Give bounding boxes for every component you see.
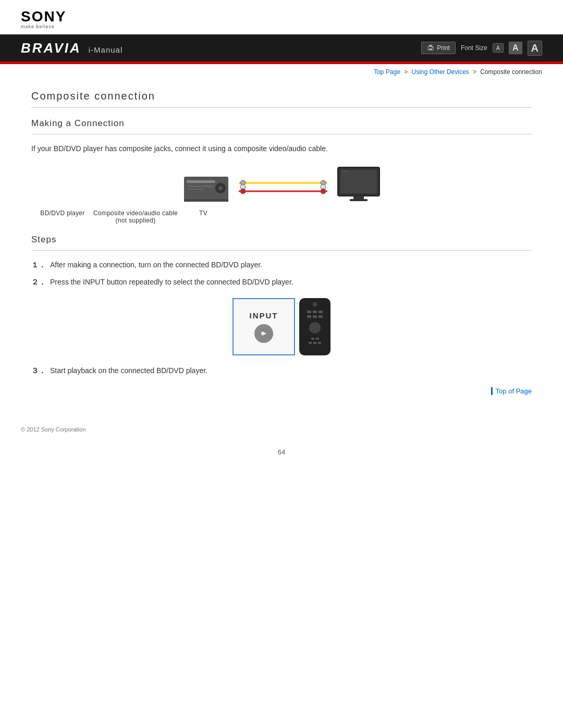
- diagram-labels: BD/DVD player Composite video/audio cabl…: [31, 209, 532, 224]
- remote-btn: [313, 315, 317, 318]
- font-medium-button[interactable]: A: [509, 42, 522, 54]
- main-content: Composite connection Making a Connection…: [0, 80, 563, 416]
- input-icon-circle: [254, 324, 273, 343]
- sony-brand-text: SONY: [21, 9, 542, 24]
- remote-btn-small: [316, 338, 319, 340]
- remote-btn-small: [311, 338, 314, 340]
- diagram-row: [181, 165, 382, 206]
- svg-point-7: [218, 186, 223, 190]
- svg-rect-5: [187, 180, 215, 183]
- remote-btn: [313, 311, 317, 313]
- input-illustration: INPUT: [31, 298, 532, 355]
- svg-point-3: [432, 47, 433, 48]
- font-size-label: Font Size: [461, 44, 487, 52]
- input-label: INPUT: [250, 311, 278, 320]
- bravia-brand: BRAVIA: [21, 40, 81, 56]
- cable-icon: [239, 172, 327, 199]
- top-of-page-area: Top of Page: [31, 387, 532, 395]
- remote-control: [299, 298, 331, 355]
- steps-list: １． After making a connection, turn on th…: [31, 259, 532, 288]
- svg-rect-21: [340, 170, 377, 193]
- bd-dvd-player-icon: [181, 169, 231, 203]
- remote-btn: [307, 315, 311, 318]
- copyright-text: © 2012 Sony Corporation: [21, 426, 85, 433]
- imanual-subtitle: i-Manual: [89, 45, 123, 54]
- sony-logo: SONY make.believe: [21, 9, 542, 29]
- remote-btn-small: [313, 342, 316, 344]
- breadcrumb-top-page[interactable]: Top Page: [374, 68, 400, 76]
- step-2: ２． Press the INPUT button repeatedly to …: [31, 276, 532, 288]
- breadcrumb-sep1: >: [404, 68, 409, 76]
- header-controls: Print Font Size A A A: [421, 41, 542, 56]
- header-bar: BRAVIA i-Manual Print Font Size A A A: [0, 34, 563, 61]
- sony-tagline: make.believe: [21, 24, 542, 29]
- connection-diagram: BD/DVD player Composite video/audio cabl…: [31, 165, 532, 224]
- input-arrow-icon: [258, 328, 270, 339]
- step-1: １． After making a connection, turn on th…: [31, 259, 532, 270]
- svg-rect-8: [188, 186, 214, 187]
- breadcrumb: Top Page > Using Other Devices > Composi…: [0, 64, 563, 80]
- breadcrumb-current: Composite connection: [480, 68, 542, 76]
- steps-list-cont: ３． Start playback on the connected BD/DV…: [31, 365, 532, 376]
- remote-btn-row-1: [307, 311, 323, 313]
- svg-rect-10: [184, 199, 228, 202]
- step-3: ３． Start playback on the connected BD/DV…: [31, 365, 532, 376]
- steps-title: Steps: [31, 235, 532, 251]
- making-connection-title: Making a Connection: [31, 118, 532, 134]
- label-cable: Composite video/audio cable (not supplie…: [89, 209, 182, 224]
- svg-rect-2: [429, 48, 432, 50]
- page-title: Composite connection: [31, 90, 532, 108]
- svg-rect-23: [353, 196, 364, 199]
- remote-btn: [319, 311, 323, 313]
- tv-icon: [335, 165, 382, 206]
- bravia-title: BRAVIA i-Manual: [21, 40, 123, 56]
- label-bd-dvd: BD/DVD player: [36, 209, 89, 217]
- remote-sensor: [313, 302, 317, 306]
- print-button[interactable]: Print: [421, 42, 456, 54]
- description: If your BD/DVD player has composite jack…: [31, 143, 532, 154]
- font-large-button[interactable]: A: [528, 41, 542, 56]
- input-button-display: INPUT: [232, 298, 295, 355]
- svg-rect-9: [188, 189, 203, 190]
- logo-area: SONY make.believe: [0, 0, 563, 34]
- remote-btn-small: [318, 342, 321, 344]
- svg-point-16: [240, 189, 246, 194]
- top-of-page-link[interactable]: Top of Page: [491, 387, 532, 395]
- remote-btn-row-4: [309, 342, 321, 344]
- breadcrumb-sep2: >: [473, 68, 478, 76]
- svg-rect-24: [350, 199, 368, 201]
- remote-btn-small: [309, 342, 312, 344]
- remote-btn: [307, 311, 311, 313]
- remote-dpad: [309, 322, 321, 334]
- svg-rect-1: [429, 45, 432, 47]
- page-number: 64: [0, 443, 563, 461]
- remote-btn-row-2: [307, 315, 323, 318]
- remote-btn-row-3: [311, 338, 319, 340]
- svg-rect-27: [261, 332, 263, 335]
- label-tv: TV: [182, 209, 224, 217]
- footer: © 2012 Sony Corporation: [0, 416, 563, 443]
- print-icon: [427, 44, 434, 52]
- svg-point-19: [321, 189, 326, 194]
- breadcrumb-using-other-devices[interactable]: Using Other Devices: [412, 68, 469, 76]
- font-small-button[interactable]: A: [493, 43, 504, 53]
- remote-btn: [319, 315, 323, 318]
